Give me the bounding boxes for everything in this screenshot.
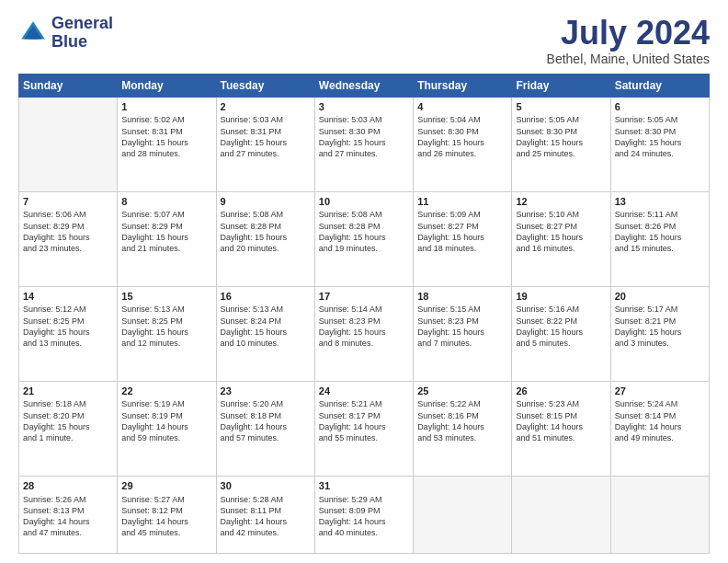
calendar-cell: 1Sunrise: 5:02 AM Sunset: 8:31 PM Daylig… [118,97,216,191]
day-info: Sunrise: 5:09 AM Sunset: 8:27 PM Dayligh… [417,209,507,254]
day-number: 11 [417,195,507,209]
calendar-cell: 13Sunrise: 5:11 AM Sunset: 8:26 PM Dayli… [610,191,709,286]
calendar-cell: 17Sunrise: 5:14 AM Sunset: 8:23 PM Dayli… [314,286,413,381]
calendar-cell: 12Sunrise: 5:10 AM Sunset: 8:27 PM Dayli… [512,191,610,286]
day-number: 8 [121,195,211,209]
day-number: 30 [221,479,311,493]
day-number: 17 [319,290,409,304]
col-header-monday: Monday [118,74,216,97]
day-info: Sunrise: 5:04 AM Sunset: 8:30 PM Dayligh… [417,114,507,159]
week-row-5: 28Sunrise: 5:26 AM Sunset: 8:13 PM Dayli… [19,476,710,553]
week-row-1: 1Sunrise: 5:02 AM Sunset: 8:31 PM Daylig… [19,97,710,191]
day-info: Sunrise: 5:15 AM Sunset: 8:23 PM Dayligh… [417,304,507,349]
calendar-table: SundayMondayTuesdayWednesdayThursdayFrid… [18,74,710,554]
day-number: 14 [23,290,113,304]
calendar-cell: 14Sunrise: 5:12 AM Sunset: 8:25 PM Dayli… [19,286,118,381]
day-number: 29 [121,479,211,493]
day-info: Sunrise: 5:27 AM Sunset: 8:12 PM Dayligh… [121,494,211,539]
week-row-2: 7Sunrise: 5:06 AM Sunset: 8:29 PM Daylig… [19,191,710,286]
day-info: Sunrise: 5:20 AM Sunset: 8:18 PM Dayligh… [221,398,311,443]
calendar-cell: 28Sunrise: 5:26 AM Sunset: 8:13 PM Dayli… [19,476,118,553]
logo-line2: Blue [51,33,113,52]
day-info: Sunrise: 5:05 AM Sunset: 8:30 PM Dayligh… [516,114,606,159]
header: General Blue July 2024 Bethel, Maine, Un… [18,15,710,66]
calendar-cell: 27Sunrise: 5:24 AM Sunset: 8:14 PM Dayli… [610,381,709,476]
col-header-tuesday: Tuesday [216,74,314,97]
day-info: Sunrise: 5:24 AM Sunset: 8:14 PM Dayligh… [615,398,705,443]
calendar-cell: 10Sunrise: 5:08 AM Sunset: 8:28 PM Dayli… [314,191,413,286]
day-info: Sunrise: 5:05 AM Sunset: 8:30 PM Dayligh… [615,114,705,159]
col-header-thursday: Thursday [414,74,512,97]
calendar-cell: 2Sunrise: 5:03 AM Sunset: 8:31 PM Daylig… [216,97,314,191]
day-number: 19 [516,290,606,304]
page: General Blue July 2024 Bethel, Maine, Un… [0,0,728,563]
day-number: 23 [221,385,311,398]
calendar-cell [19,97,118,191]
day-info: Sunrise: 5:19 AM Sunset: 8:19 PM Dayligh… [121,398,211,443]
col-header-saturday: Saturday [610,74,709,97]
day-info: Sunrise: 5:11 AM Sunset: 8:26 PM Dayligh… [615,209,705,254]
location: Bethel, Maine, United States [547,52,710,66]
col-header-wednesday: Wednesday [314,74,413,97]
day-info: Sunrise: 5:02 AM Sunset: 8:31 PM Dayligh… [121,114,211,159]
calendar-cell: 26Sunrise: 5:23 AM Sunset: 8:15 PM Dayli… [512,381,610,476]
day-number: 13 [615,195,705,209]
day-info: Sunrise: 5:13 AM Sunset: 8:25 PM Dayligh… [121,304,211,349]
day-number: 7 [23,195,113,209]
calendar-cell: 23Sunrise: 5:20 AM Sunset: 8:18 PM Dayli… [216,381,314,476]
calendar-cell: 6Sunrise: 5:05 AM Sunset: 8:30 PM Daylig… [610,97,709,191]
day-number: 25 [417,385,507,398]
calendar-cell: 5Sunrise: 5:05 AM Sunset: 8:30 PM Daylig… [512,97,610,191]
day-info: Sunrise: 5:08 AM Sunset: 8:28 PM Dayligh… [221,209,311,254]
day-info: Sunrise: 5:03 AM Sunset: 8:30 PM Dayligh… [319,114,409,159]
day-number: 1 [121,100,211,114]
calendar-cell: 25Sunrise: 5:22 AM Sunset: 8:16 PM Dayli… [414,381,512,476]
day-info: Sunrise: 5:21 AM Sunset: 8:17 PM Dayligh… [319,398,409,443]
svg-rect-2 [28,34,38,39]
calendar-cell [512,476,610,553]
calendar-cell: 29Sunrise: 5:27 AM Sunset: 8:12 PM Dayli… [118,476,216,553]
day-number: 3 [319,100,409,114]
day-number: 20 [615,290,705,304]
calendar-cell: 22Sunrise: 5:19 AM Sunset: 8:19 PM Dayli… [118,381,216,476]
day-info: Sunrise: 5:14 AM Sunset: 8:23 PM Dayligh… [319,304,409,349]
day-info: Sunrise: 5:18 AM Sunset: 8:20 PM Dayligh… [23,398,113,443]
week-row-3: 14Sunrise: 5:12 AM Sunset: 8:25 PM Dayli… [19,286,710,381]
day-number: 27 [615,385,705,398]
day-number: 26 [516,385,606,398]
day-number: 18 [417,290,507,304]
calendar-cell: 3Sunrise: 5:03 AM Sunset: 8:30 PM Daylig… [314,97,413,191]
calendar-cell: 16Sunrise: 5:13 AM Sunset: 8:24 PM Dayli… [216,286,314,381]
day-info: Sunrise: 5:12 AM Sunset: 8:25 PM Dayligh… [23,304,113,349]
calendar-cell: 7Sunrise: 5:06 AM Sunset: 8:29 PM Daylig… [19,191,118,286]
calendar-cell: 15Sunrise: 5:13 AM Sunset: 8:25 PM Dayli… [118,286,216,381]
day-number: 16 [221,290,311,304]
day-number: 28 [23,479,113,493]
calendar-cell: 4Sunrise: 5:04 AM Sunset: 8:30 PM Daylig… [414,97,512,191]
calendar-cell: 24Sunrise: 5:21 AM Sunset: 8:17 PM Dayli… [314,381,413,476]
day-number: 31 [319,479,409,493]
col-header-sunday: Sunday [19,74,118,97]
day-number: 24 [319,385,409,398]
day-info: Sunrise: 5:07 AM Sunset: 8:29 PM Dayligh… [121,209,211,254]
logo-text: General Blue [51,15,113,52]
calendar-cell [610,476,709,553]
day-number: 21 [23,385,113,398]
calendar-cell: 18Sunrise: 5:15 AM Sunset: 8:23 PM Dayli… [414,286,512,381]
day-info: Sunrise: 5:28 AM Sunset: 8:11 PM Dayligh… [221,494,311,539]
day-number: 5 [516,100,606,114]
logo: General Blue [18,15,113,52]
col-header-friday: Friday [512,74,610,97]
calendar-cell: 30Sunrise: 5:28 AM Sunset: 8:11 PM Dayli… [216,476,314,553]
day-info: Sunrise: 5:13 AM Sunset: 8:24 PM Dayligh… [221,304,311,349]
day-number: 22 [121,385,211,398]
day-info: Sunrise: 5:08 AM Sunset: 8:28 PM Dayligh… [319,209,409,254]
logo-line1: General [51,15,113,33]
calendar-cell: 31Sunrise: 5:29 AM Sunset: 8:09 PM Dayli… [314,476,413,553]
day-info: Sunrise: 5:03 AM Sunset: 8:31 PM Dayligh… [221,114,311,159]
day-info: Sunrise: 5:17 AM Sunset: 8:21 PM Dayligh… [615,304,705,349]
day-info: Sunrise: 5:29 AM Sunset: 8:09 PM Dayligh… [319,494,409,539]
day-info: Sunrise: 5:06 AM Sunset: 8:29 PM Dayligh… [23,209,113,254]
calendar-cell: 9Sunrise: 5:08 AM Sunset: 8:28 PM Daylig… [216,191,314,286]
day-number: 6 [615,100,705,114]
